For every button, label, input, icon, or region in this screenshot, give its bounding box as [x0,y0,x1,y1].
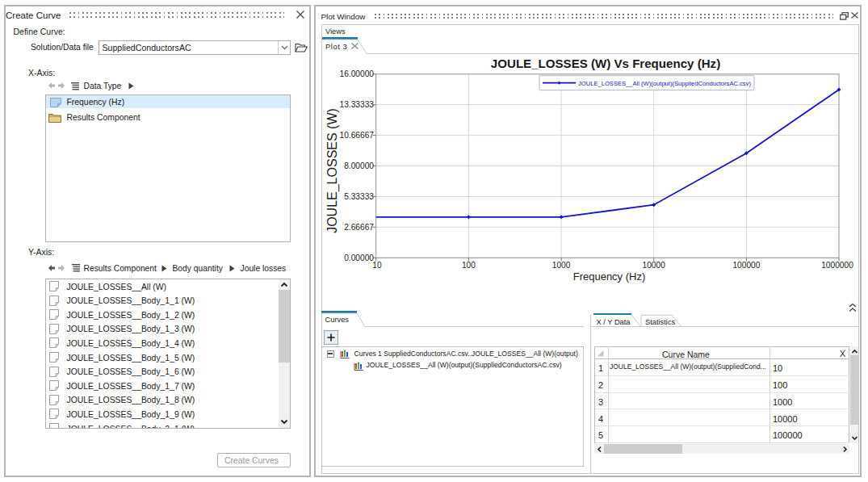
svg-text:JOULE_LOSSES (W) Vs Frequency: JOULE_LOSSES (W) Vs Frequency (Hz) [490,57,719,70]
svg-text:Frequency (Hz): Frequency (Hz) [572,270,645,282]
svg-text:100000: 100000 [732,261,760,270]
svg-text:1000: 1000 [551,261,570,270]
svg-text:100: 100 [461,261,475,270]
svg-text:0.00000: 0.00000 [344,253,374,262]
svg-text:JOULE_LOSSES__All (W)(output)(: JOULE_LOSSES__All (W)(output)(SuppliedCo… [578,79,751,86]
svg-text:10000: 10000 [642,261,665,270]
svg-text:10: 10 [372,261,382,270]
svg-text:10.66667: 10.66667 [339,131,374,140]
svg-text:2.66667: 2.66667 [344,222,374,231]
svg-text:JOULE_LOSSES (W): JOULE_LOSSES (W) [325,108,339,233]
svg-text:16.00000: 16.00000 [339,69,374,78]
svg-text:13.33333: 13.33333 [339,100,374,109]
svg-text:8.00000: 8.00000 [344,161,374,170]
svg-text:5.33333: 5.33333 [344,191,374,200]
svg-text:1000000: 1000000 [821,261,853,270]
